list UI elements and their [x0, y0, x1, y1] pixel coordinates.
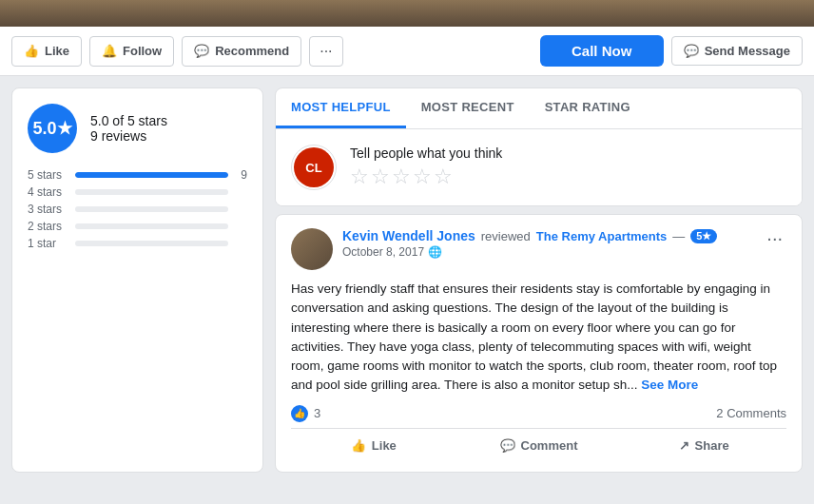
- review-text: Has very friendly staff that ensures the…: [291, 280, 786, 396]
- reviewer-name-line: Kevin Wendell Jones reviewed The Remy Ap…: [342, 228, 753, 243]
- main-content: 5.0 ★ 5.0 of 5 stars 9 reviews 5 stars 9…: [0, 76, 814, 484]
- rating-info: 5.0 of 5 stars 9 reviews: [90, 113, 167, 144]
- rating-badge: 5.0 ★: [28, 104, 77, 153]
- bar-bg-2: [75, 223, 228, 229]
- star-3[interactable]: ☆: [392, 165, 411, 189]
- reviewer-name[interactable]: Kevin Wendell Jones: [342, 228, 475, 243]
- recommend-label: Recommend: [215, 44, 289, 58]
- reviewer-avatar: [291, 228, 333, 270]
- rating-score: 5.0: [32, 119, 56, 139]
- reviewer-info: Kevin Wendell Jones reviewed The Remy Ap…: [342, 228, 753, 259]
- review-date-text: October 8, 2017: [342, 245, 424, 259]
- reviewed-text: reviewed: [481, 229, 531, 243]
- follow-button[interactable]: 🔔 Follow: [89, 36, 174, 67]
- review-date: October 8, 2017 🌐: [342, 245, 753, 259]
- recommend-icon: 💬: [194, 44, 209, 58]
- left-panel: 5.0 ★ 5.0 of 5 stars 9 reviews 5 stars 9…: [11, 87, 263, 473]
- empty-stars[interactable]: ☆ ☆ ☆ ☆ ☆: [350, 165, 502, 189]
- action-bar: 👍 Like 🔔 Follow 💬 Recommend ··· Call Now…: [0, 27, 814, 76]
- comment-action-label: Comment: [521, 438, 578, 453]
- rating-of: 5.0 of 5 stars: [90, 113, 167, 128]
- like-action[interactable]: 👍 Like: [291, 433, 456, 458]
- cl-logo: CL: [291, 145, 337, 190]
- likes-section: 👍 3: [291, 405, 716, 422]
- star-5[interactable]: ☆: [434, 165, 453, 189]
- write-review-right: Tell people what you think ☆ ☆ ☆ ☆ ☆: [350, 145, 502, 189]
- like-badge: 👍: [291, 405, 308, 422]
- star-label-2: 2 stars: [28, 220, 68, 233]
- five-star-badge: 5★: [690, 229, 717, 243]
- bar-bg-4: [75, 189, 228, 195]
- tab-most-recent[interactable]: MOST RECENT: [406, 88, 530, 128]
- send-message-label: Send Message: [705, 44, 790, 58]
- call-now-button[interactable]: Call Now: [540, 35, 664, 67]
- star-bar-1: 1 star: [28, 237, 247, 250]
- review-action-buttons: 👍 Like 💬 Comment ↗ Share: [291, 428, 786, 458]
- star-bar-5: 5 stars 9: [28, 168, 247, 182]
- globe-icon: 🌐: [428, 245, 442, 259]
- place-name[interactable]: The Remy Apartments: [536, 229, 668, 243]
- comment-action[interactable]: 💬 Comment: [456, 433, 622, 458]
- tabs: MOST HELPFUL MOST RECENT STAR RATING: [276, 88, 802, 129]
- more-actions-button[interactable]: ···: [309, 36, 342, 67]
- star-1[interactable]: ☆: [350, 165, 369, 189]
- follow-icon: 🔔: [102, 44, 117, 58]
- like-label: Like: [45, 44, 69, 58]
- like-action-label: Like: [372, 438, 397, 453]
- rating-star: ★: [57, 118, 72, 139]
- cover-image: [0, 0, 814, 27]
- tab-star-rating[interactable]: STAR RATING: [530, 88, 646, 128]
- tell-people-text: Tell people what you think: [350, 145, 502, 161]
- cl-logo-inner: CL: [294, 147, 334, 187]
- like-button[interactable]: 👍 Like: [11, 36, 82, 67]
- star-label-1: 1 star: [28, 237, 68, 250]
- star-2[interactable]: ☆: [371, 165, 390, 189]
- dash: —: [672, 229, 685, 243]
- send-message-button[interactable]: 💬 Send Message: [671, 36, 803, 66]
- star-label-5: 5 stars: [28, 168, 68, 182]
- like-count: 3: [314, 406, 320, 420]
- bar-bg-5: [75, 172, 228, 178]
- recommend-button[interactable]: 💬 Recommend: [182, 36, 301, 67]
- comment-action-icon: 💬: [500, 438, 515, 453]
- share-action-icon: ↗: [679, 438, 689, 453]
- star-bars: 5 stars 9 4 stars 3 stars: [28, 168, 247, 250]
- bar-bg-1: [75, 241, 228, 246]
- bar-fill-5: [75, 172, 228, 178]
- comments-count[interactable]: 2 Comments: [716, 406, 786, 420]
- bar-bg-3: [75, 206, 228, 212]
- like-action-icon: 👍: [351, 438, 366, 453]
- star-bar-2: 2 stars: [28, 220, 247, 233]
- review-reactions: 👍 3 2 Comments: [291, 405, 786, 422]
- messenger-icon: 💬: [684, 44, 699, 58]
- review-header: Kevin Wendell Jones reviewed The Remy Ap…: [291, 228, 786, 270]
- see-more-link[interactable]: See More: [641, 378, 698, 392]
- share-action-label: Share: [695, 438, 729, 453]
- star-bar-3: 3 stars: [28, 203, 247, 216]
- star-label-3: 3 stars: [28, 203, 68, 216]
- review-body: Has very friendly staff that ensures the…: [291, 281, 777, 392]
- review-count: 9 reviews: [90, 128, 167, 144]
- right-panel: MOST HELPFUL MOST RECENT STAR RATING CL …: [275, 87, 803, 473]
- share-action[interactable]: ↗ Share: [621, 433, 786, 458]
- review-more-button[interactable]: ···: [763, 228, 786, 247]
- tabs-container: MOST HELPFUL MOST RECENT STAR RATING CL …: [275, 87, 803, 206]
- bar-count-5: 9: [236, 168, 247, 182]
- follow-label: Follow: [123, 44, 162, 58]
- star-4[interactable]: ☆: [413, 165, 432, 189]
- star-bar-4: 4 stars: [28, 185, 247, 199]
- write-review-card: CL Tell people what you think ☆ ☆ ☆ ☆ ☆: [276, 129, 802, 205]
- review-card: Kevin Wendell Jones reviewed The Remy Ap…: [275, 214, 803, 473]
- tab-most-helpful[interactable]: MOST HELPFUL: [276, 88, 406, 128]
- action-bar-left: 👍 Like 🔔 Follow 💬 Recommend ···: [11, 36, 533, 67]
- star-label-4: 4 stars: [28, 185, 68, 199]
- like-icon: 👍: [24, 44, 39, 58]
- rating-header: 5.0 ★ 5.0 of 5 stars 9 reviews: [28, 104, 247, 153]
